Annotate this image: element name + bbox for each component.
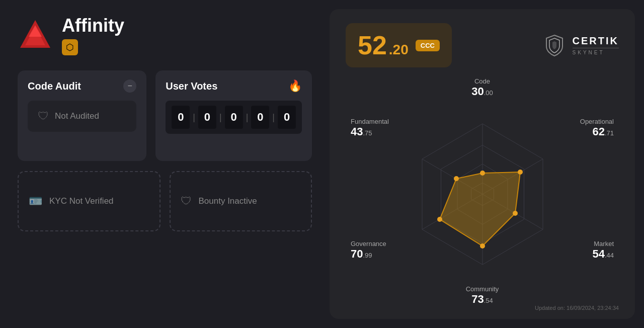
vote-digit-5: 0 — [278, 106, 296, 129]
governance-category-name: Governance — [351, 240, 386, 248]
community-score: 73 — [471, 293, 484, 305]
label-fundamental: Fundamental 43.75 — [351, 118, 389, 138]
vote-sep-1: | — [193, 112, 195, 123]
certik-name: CERTIK — [573, 35, 619, 47]
vote-sep-2: | — [219, 112, 222, 123]
bounty-card: 🛡 Bounty Inactive — [170, 171, 312, 231]
svg-point-18 — [480, 243, 485, 249]
code-decimal: .00 — [484, 89, 493, 97]
operational-score: 62 — [592, 125, 604, 138]
svg-marker-14 — [440, 172, 520, 246]
label-operational: Operational 62.71 — [580, 118, 614, 138]
certik-logo: CERTIK SKYNET — [542, 33, 619, 57]
bounty-label: Bounty Inactive — [199, 196, 257, 206]
header-text: Affinity ⬡ — [62, 15, 124, 55]
shield-icon: 🛡 — [38, 110, 49, 123]
radar-chart — [397, 109, 568, 280]
score-grade-badge: CCC — [416, 40, 440, 51]
chain-icon: ⬡ — [66, 42, 74, 53]
svg-point-20 — [454, 176, 459, 181]
minus-icon: − — [128, 81, 132, 91]
top-cards-row: Code Audit − 🛡 Not Audited User Votes 🔥 … — [18, 70, 312, 161]
label-community: Community 73.54 — [466, 285, 499, 306]
right-panel: 52 .20 CCC CERTIK SKYNET Code 30.00 — [330, 9, 635, 319]
score-decimal: .20 — [389, 42, 409, 58]
left-panel: Affinity ⬡ Code Audit − 🛡 Not Audited Us… — [0, 0, 330, 328]
vote-digit-3: 0 — [225, 106, 243, 129]
kyc-icon: 🪪 — [29, 195, 42, 208]
score-main: 52 — [358, 30, 387, 60]
user-votes-title: User Votes — [166, 80, 217, 92]
code-category-name: Code — [474, 77, 490, 85]
fundamental-score: 43 — [351, 125, 363, 138]
code-score: 30 — [471, 85, 484, 98]
app-title: Affinity — [62, 15, 124, 36]
label-governance: Governance 70.99 — [351, 240, 386, 261]
community-category-name: Community — [466, 285, 499, 293]
code-audit-card: Code Audit − 🛡 Not Audited — [18, 70, 146, 161]
vote-sep-4: | — [272, 112, 275, 123]
votes-display: 0 | 0 | 0 | 0 | 0 — [166, 101, 302, 134]
operational-category-name: Operational — [580, 118, 614, 125]
score-box: 52 .20 CCC — [346, 23, 452, 67]
fundamental-decimal: .75 — [363, 129, 372, 137]
market-decimal: .44 — [605, 252, 614, 259]
not-audited-box: 🛡 Not Audited — [28, 101, 136, 132]
app-header: Affinity ⬡ — [18, 15, 312, 55]
code-audit-header: Code Audit − — [28, 79, 136, 93]
updated-timestamp: Updated on: 16/09/2024, 23:24:34 — [535, 305, 619, 311]
score-header: 52 .20 CCC CERTIK SKYNET — [346, 23, 619, 67]
certik-shield-icon — [542, 33, 567, 57]
market-category-name: Market — [594, 240, 614, 248]
kyc-card: 🪪 KYC Not Verified — [18, 171, 160, 231]
operational-decimal: .71 — [605, 129, 614, 137]
svg-point-17 — [513, 211, 518, 216]
certik-text: CERTIK SKYNET — [573, 35, 619, 55]
svg-point-15 — [480, 171, 485, 176]
user-votes-card: User Votes 🔥 0 | 0 | 0 | 0 | 0 — [155, 70, 312, 161]
vote-digit-1: 0 — [172, 106, 190, 129]
label-code: Code 30.00 — [471, 77, 493, 98]
community-decimal: .54 — [484, 297, 493, 304]
vote-digit-2: 0 — [198, 106, 216, 129]
minus-button[interactable]: − — [123, 79, 136, 93]
app-logo — [18, 18, 53, 53]
code-audit-title: Code Audit — [28, 80, 81, 92]
svg-point-16 — [518, 170, 523, 175]
governance-decimal: .99 — [363, 252, 372, 259]
kyc-label: KYC Not Verified — [49, 196, 114, 206]
certik-sub: SKYNET — [573, 48, 619, 55]
vote-sep-3: | — [246, 112, 249, 123]
svg-point-19 — [437, 217, 442, 222]
chain-badge: ⬡ — [62, 39, 78, 55]
fundamental-category-name: Fundamental — [351, 118, 389, 125]
governance-score: 70 — [351, 248, 363, 260]
bottom-cards-row: 🪪 KYC Not Verified 🛡 Bounty Inactive — [18, 171, 312, 231]
vote-digit-4: 0 — [251, 106, 269, 129]
user-votes-header: User Votes 🔥 — [166, 79, 302, 93]
not-audited-label: Not Audited — [55, 111, 99, 121]
label-market: Market 54.44 — [592, 240, 614, 261]
bounty-icon: 🛡 — [181, 195, 192, 208]
radar-section: Code 30.00 Fundamental 43.75 Operational… — [346, 77, 619, 311]
market-score: 54 — [592, 248, 604, 260]
fire-icon: 🔥 — [288, 79, 302, 93]
